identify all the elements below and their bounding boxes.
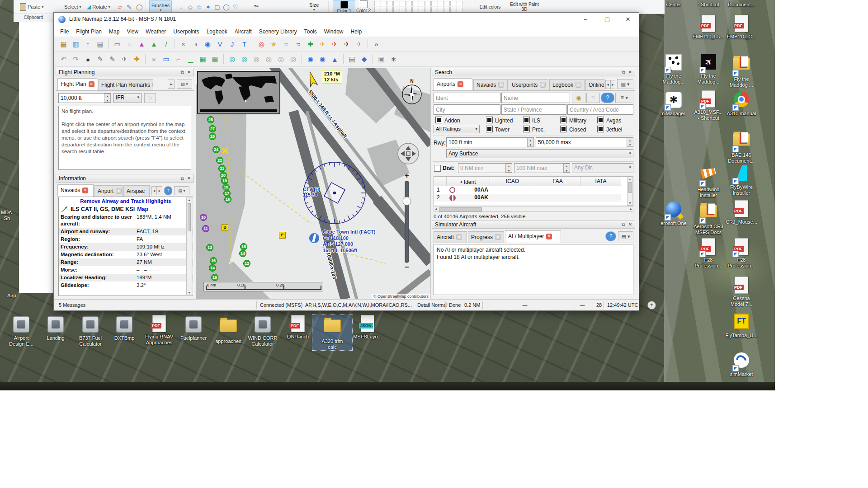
ndb-toggle-icon[interactable]: ◉ — [317, 54, 328, 65]
range-rings-icon[interactable]: ◌ — [124, 38, 135, 50]
table-vscrollbar[interactable]: ▲▼ — [627, 177, 633, 206]
shape-icon-4[interactable]: ▢ — [213, 4, 221, 10]
kln-layer-icon[interactable]: ◎ — [288, 54, 299, 65]
desktop-icon-nimanager[interactable]: ✱◤niManager — [654, 90, 693, 117]
desktop-icon-f28[interactable]: PDF◤F28 Profession... — [722, 238, 761, 269]
eraser-icon[interactable]: ▱ — [118, 4, 122, 10]
column-ident[interactable]: ▴ Ident — [447, 177, 490, 186]
favorites-icon[interactable]: ★ — [268, 38, 279, 50]
airport-symbol[interactable] — [309, 233, 320, 244]
tristate-checkbox-icon[interactable] — [560, 117, 567, 123]
palette-swatch[interactable] — [425, 7, 431, 12]
help-icon[interactable]: ? — [164, 186, 172, 195]
column-icao[interactable]: ICAO — [490, 177, 535, 186]
waypoint-toggle-icon[interactable]: ▲ — [329, 54, 340, 65]
filter-addon[interactable]: Addon — [435, 117, 460, 124]
menu-aircraft[interactable]: Aircraft — [231, 27, 255, 36]
cruise-altitude-field[interactable] — [58, 93, 111, 103]
filter-proc[interactable]: Proc. — [523, 126, 545, 133]
cut-icon[interactable]: × — [178, 38, 189, 50]
float-panel-icon[interactable]: ⧉ — [179, 69, 185, 75]
restore-plan-button[interactable]: ⮌ — [144, 93, 156, 103]
dfd-layer-icon[interactable]: ◎ — [263, 54, 274, 65]
runway-max-spinner[interactable]: ▲▼ — [627, 138, 633, 147]
palette-swatch[interactable] — [387, 7, 393, 12]
tristate-checkbox-icon[interactable] — [486, 117, 493, 123]
help-icon[interactable]: ? — [605, 231, 616, 241]
palette-swatch[interactable] — [412, 7, 418, 12]
remove-highlights-link[interactable]: Remove Airway and Track Highlights — [59, 197, 193, 204]
measure-line-icon[interactable]: / — [160, 38, 172, 50]
distance-max-field[interactable] — [514, 163, 570, 173]
palette-swatch[interactable] — [419, 1, 425, 6]
flight-plan-table[interactable]: No flight plan. Right-click the center o… — [58, 106, 191, 170]
undo-icon[interactable]: ↶ — [58, 54, 69, 65]
palette-swatch[interactable] — [406, 1, 412, 6]
photo-map-icon[interactable]: ▦ — [197, 54, 208, 65]
shape-icon-0[interactable]: ↓ — [177, 4, 185, 10]
messages-status[interactable]: 5 Messages — [56, 301, 85, 309]
filter-military[interactable]: Military — [560, 117, 586, 124]
maximize-button[interactable]: ▢ — [597, 13, 617, 26]
desktop-icon-flybywire[interactable]: ◤FlyByWire Installer — [722, 164, 761, 196]
desktop-icon-fuelplanner[interactable]: Fuelplanner — [174, 315, 213, 341]
tower-icon[interactable]: T — [239, 38, 250, 50]
row-number-header[interactable] — [434, 177, 447, 186]
runway-min-field[interactable] — [446, 137, 534, 147]
opfl-layer-icon[interactable]: ◎ — [275, 54, 287, 65]
menu-weather[interactable]: Weather — [142, 27, 170, 36]
palette-swatch[interactable] — [457, 7, 462, 12]
edit-with-paint3d-button[interactable]: Edit with Paint 3D — [506, 0, 542, 13]
tab-scroll-right-icon[interactable]: ▸ — [610, 80, 615, 89]
airports-addon-icon[interactable]: ◎ — [239, 54, 250, 65]
window-layout-icon[interactable]: ▣ — [376, 54, 387, 65]
tab-navaids[interactable]: Navaids✕ — [57, 184, 94, 197]
desktop-icon-simmarket[interactable]: ◤simMarket — [722, 351, 761, 377]
palette-swatch[interactable] — [400, 1, 406, 6]
userpoint-icon[interactable]: ◎ — [256, 38, 267, 50]
palette-swatch[interactable] — [444, 1, 450, 6]
shape-icon-3[interactable]: ✶ — [204, 4, 212, 10]
close-button[interactable]: ✕ — [618, 13, 638, 26]
menu-userpoints[interactable]: Userpoints — [170, 27, 203, 36]
sun-path-icon[interactable]: V — [214, 38, 226, 50]
palette-swatch[interactable] — [450, 1, 456, 6]
close-tab-icon[interactable]: ✕ — [116, 188, 122, 194]
palette-swatch[interactable] — [387, 1, 393, 6]
tab-airspaces[interactable]: Airspac — [123, 185, 150, 197]
table-row[interactable]: 200AK — [434, 194, 621, 202]
menu-file[interactable]: File — [57, 27, 72, 36]
flight-rules-select[interactable]: IFR▾ — [113, 93, 142, 103]
altitude-spinner[interactable]: ▲▼ — [104, 94, 111, 103]
shapes-gallery[interactable]: ↓◇☆✶▢◯♡ — [177, 0, 239, 14]
palette-swatch[interactable] — [400, 7, 406, 12]
tab-scroll-left-icon[interactable]: ◂ — [605, 80, 610, 89]
menu-view[interactable]: View — [123, 27, 142, 36]
info-scrollbar[interactable]: ▲▼ — [186, 197, 192, 295]
ratings-select[interactable]: All Ratings▾ — [434, 125, 480, 133]
desktop-icon-emb110-c-[interactable]: PDFEMB110_C... — [722, 15, 761, 40]
export-plan-icon[interactable]: ↑ — [82, 38, 94, 50]
tab-logbook[interactable]: Logbook✕ — [549, 79, 585, 90]
tab-flight-plan-remarks[interactable]: Flight Plan Remarks✕ — [98, 79, 153, 90]
menu-logbook[interactable]: Logbook — [203, 27, 231, 36]
map-link[interactable]: Map — [137, 206, 148, 212]
save-flight-plan-icon[interactable]: ▥ — [70, 38, 81, 50]
airports-toggle-icon[interactable]: ◎ — [226, 54, 238, 65]
close-tab-icon[interactable]: ✕ — [498, 82, 504, 88]
tab-scroll-right-icon[interactable]: ▸ — [168, 80, 175, 89]
menu-help[interactable]: Help — [347, 27, 366, 36]
desktop-icon-a320-trim[interactable]: A320 trim calc — [312, 315, 352, 350]
search-menu-icon[interactable]: ≡ ▾ — [615, 93, 633, 103]
edit-plan-icon[interactable]: ✎ — [94, 54, 106, 65]
edit-remarks-icon[interactable]: ✎ — [107, 54, 118, 65]
distance-max-spinner[interactable]: ▲▼ — [563, 164, 570, 173]
menu-scenery-library[interactable]: Scenery Library — [255, 27, 301, 36]
distance-checkbox[interactable] — [434, 165, 441, 172]
desktop-icon-approaches[interactable]: approaches — [208, 315, 248, 344]
navaid-information[interactable]: Remove Airway and Track Highlights ILS C… — [58, 197, 193, 296]
shape-icon-5[interactable]: ◯ — [222, 4, 230, 10]
close-tab-icon[interactable]: ✕ — [89, 81, 94, 87]
palette-swatch[interactable] — [438, 7, 443, 12]
filter-tower[interactable]: Tower — [486, 126, 509, 133]
